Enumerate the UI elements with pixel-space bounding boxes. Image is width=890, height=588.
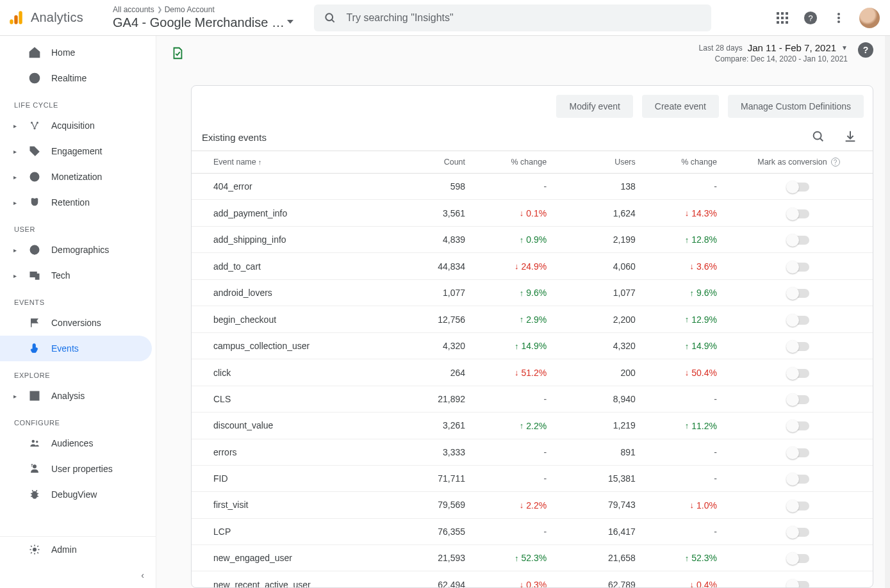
table-row[interactable]: click264↓51.2%200↓50.4% xyxy=(192,359,873,386)
th-users[interactable]: Users xyxy=(554,151,643,174)
table-row[interactable]: first_visit79,569↓2.2%79,743↓1.0% xyxy=(192,492,873,519)
user-properties-icon xyxy=(28,462,41,475)
table-row[interactable]: new_engaged_user21,593↑52.3%21,658↑52.3% xyxy=(192,544,873,571)
magnet-icon xyxy=(28,196,41,209)
search-input[interactable] xyxy=(346,12,702,24)
table-row[interactable]: begin_checkout12,756↑2.9%2,200↑12.9% xyxy=(192,306,873,333)
conversion-toggle[interactable] xyxy=(787,183,809,192)
manage-custom-defs-button[interactable]: Manage Custom Definitions xyxy=(728,95,864,118)
sidebar-item-user-properties[interactable]: User properties xyxy=(0,456,152,482)
conversion-toggle[interactable] xyxy=(787,209,809,218)
cell-event-name: android_lovers xyxy=(192,279,399,306)
cell-event-name: discount_value xyxy=(192,412,399,439)
th-users-change[interactable]: % change xyxy=(643,151,725,174)
sidebar-item-admin[interactable]: Admin xyxy=(0,537,152,562)
cell-users: 891 xyxy=(554,439,643,465)
trend-up-icon: ↑ xyxy=(515,342,519,350)
sidebar-item-analysis[interactable]: ▸ Analysis xyxy=(0,383,152,409)
sidebar-item-realtime[interactable]: Realtime xyxy=(0,65,152,91)
sidebar-item-label: User properties xyxy=(51,464,113,474)
sidebar-item-audiences[interactable]: Audiences xyxy=(0,430,152,456)
sidebar-item-demographics[interactable]: ▸ Demographics xyxy=(0,237,152,263)
avatar[interactable] xyxy=(859,8,880,28)
sidebar-item-events[interactable]: Events xyxy=(0,336,152,361)
sidebar-item-conversions[interactable]: Conversions xyxy=(0,310,152,336)
table-row[interactable]: android_lovers1,077↑9.6%1,077↑9.6% xyxy=(192,279,873,306)
sidebar-item-retention[interactable]: ▸ Retention xyxy=(0,190,152,215)
help-tooltip-icon[interactable]: ? xyxy=(831,158,840,167)
brand-block[interactable]: Analytics xyxy=(8,10,103,26)
svg-point-30 xyxy=(32,440,35,443)
sidebar-item-label: Retention xyxy=(51,197,90,208)
conversion-toggle[interactable] xyxy=(787,316,809,325)
cell-users: 8,940 xyxy=(554,386,643,412)
gear-icon xyxy=(28,543,41,556)
conversion-toggle[interactable] xyxy=(787,421,809,430)
table-row[interactable]: errors3,333-891- xyxy=(192,439,873,465)
sidebar-item-label: Monetization xyxy=(51,172,102,182)
conversion-toggle[interactable] xyxy=(787,448,809,457)
table-row[interactable]: campus_collection_user4,320↑14.9%4,320↑1… xyxy=(192,332,873,359)
sidebar-section-configure: Configure xyxy=(0,409,156,430)
conversion-toggle[interactable] xyxy=(787,236,809,245)
modify-event-button[interactable]: Modify event xyxy=(556,95,632,118)
cell-count: 76,355 xyxy=(399,518,474,544)
conversion-toggle[interactable] xyxy=(787,528,809,537)
sidebar-item-home[interactable]: Home xyxy=(0,40,152,65)
create-event-button[interactable]: Create event xyxy=(642,95,719,118)
cell-mark-conversion xyxy=(725,174,873,200)
sidebar-collapse-button[interactable]: ‹ xyxy=(0,562,156,588)
top-bar: Analytics All accounts ❯ Demo Account GA… xyxy=(0,0,890,36)
caret-down-icon: ▼ xyxy=(841,44,848,51)
cell-users-change: ↓50.4% xyxy=(643,359,725,386)
cell-users-change: ↓14.3% xyxy=(643,200,725,227)
trend-up-icon: ↑ xyxy=(685,342,689,350)
search-box[interactable] xyxy=(314,4,711,31)
trend-down-icon: ↓ xyxy=(689,580,694,587)
trend-down-icon: ↓ xyxy=(520,501,524,509)
th-event-name[interactable]: Event name↑ xyxy=(192,151,399,174)
conversion-toggle[interactable] xyxy=(787,369,809,378)
conversion-toggle[interactable] xyxy=(787,554,809,563)
page-scrollbar[interactable] xyxy=(885,36,890,588)
sample-check-icon[interactable] xyxy=(170,46,185,60)
account-property-picker[interactable]: All accounts ❯ Demo Account GA4 - Google… xyxy=(113,5,293,31)
sidebar-item-tech[interactable]: ▸ Tech xyxy=(0,263,152,288)
cell-users: 21,658 xyxy=(554,544,643,571)
date-range-picker[interactable]: Last 28 days Jan 11 - Feb 7, 2021 ▼ Comp… xyxy=(699,42,848,63)
table-row[interactable]: LCP76,355-16,417- xyxy=(192,518,873,544)
date-prefix: Last 28 days xyxy=(699,44,743,53)
cell-mark-conversion xyxy=(725,439,873,465)
help-icon[interactable]: ? xyxy=(803,10,818,26)
page-help-icon[interactable]: ? xyxy=(858,42,873,58)
sidebar-item-engagement[interactable]: ▸ Engagement xyxy=(0,138,152,164)
sidebar-item-acquisition[interactable]: ▸ Acquisition xyxy=(0,113,152,138)
table-row[interactable]: add_payment_info3,561↓0.1%1,624↓14.3% xyxy=(192,200,873,227)
table-row[interactable]: new_recent_active_user62,494↓0.3%62,789↓… xyxy=(192,571,873,587)
table-row[interactable]: add_shipping_info4,839↑0.9%2,199↑12.8% xyxy=(192,226,873,253)
th-count-change[interactable]: % change xyxy=(473,151,554,174)
conversion-toggle[interactable] xyxy=(787,342,809,351)
table-row[interactable]: CLS21,892-8,940- xyxy=(192,386,873,412)
table-search-icon[interactable] xyxy=(811,129,825,145)
download-icon[interactable] xyxy=(843,129,857,145)
conversion-toggle[interactable] xyxy=(787,502,809,510)
apps-grid-icon[interactable] xyxy=(775,10,790,26)
more-vert-icon[interactable] xyxy=(831,10,846,26)
sidebar-item-monetization[interactable]: ▸ $ Monetization xyxy=(0,164,152,190)
table-row[interactable]: FID71,711-15,381- xyxy=(192,465,873,491)
conversion-toggle[interactable] xyxy=(787,289,809,298)
brand-label: Analytics xyxy=(31,10,83,25)
cell-event-name: campus_collection_user xyxy=(192,332,399,359)
table-row[interactable]: add_to_cart44,834↓24.9%4,060↓3.6% xyxy=(192,253,873,280)
table-row[interactable]: 404_error598-138- xyxy=(192,174,873,200)
conversion-toggle[interactable] xyxy=(787,263,809,272)
sidebar-item-debugview[interactable]: DebugView xyxy=(0,482,152,507)
table-row[interactable]: discount_value3,261↑2.2%1,219↑11.2% xyxy=(192,412,873,439)
conversion-toggle[interactable] xyxy=(787,395,809,404)
conversion-toggle[interactable] xyxy=(787,475,809,484)
conversion-toggle[interactable] xyxy=(787,581,809,587)
th-count[interactable]: Count xyxy=(399,151,474,174)
trend-up-icon: ↑ xyxy=(520,236,524,244)
caret-right-icon: ▸ xyxy=(12,272,18,279)
